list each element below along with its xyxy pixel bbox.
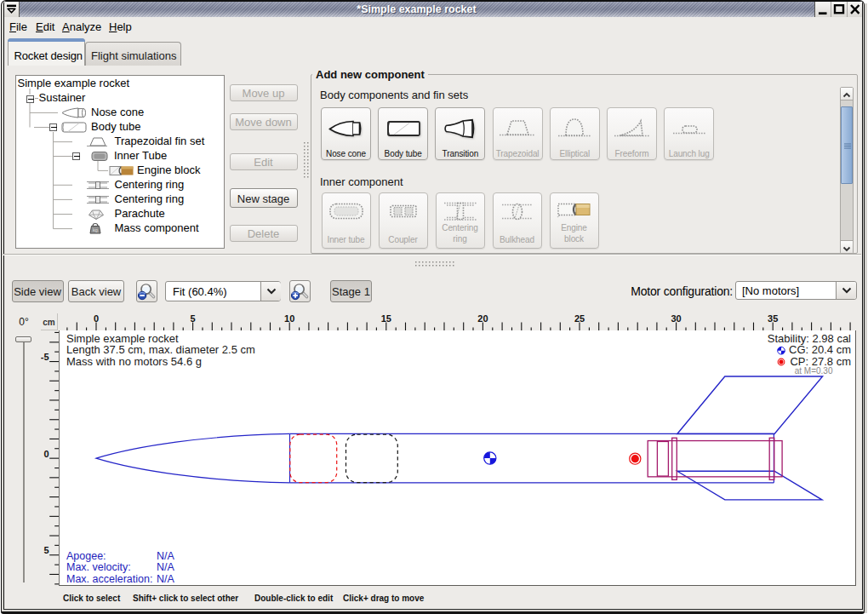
svg-text:25: 25 <box>574 313 585 324</box>
svg-text:0: 0 <box>94 313 99 324</box>
svg-text:5: 5 <box>191 313 196 324</box>
svg-text:20: 20 <box>477 313 488 324</box>
svg-text:-5: -5 <box>41 352 49 362</box>
svg-text:30: 30 <box>671 313 681 324</box>
svg-text:0: 0 <box>43 449 49 459</box>
svg-text:kg: kg <box>93 227 98 232</box>
svg-text:15: 15 <box>381 313 391 324</box>
svg-text:35: 35 <box>768 313 778 324</box>
svg-text:10: 10 <box>284 313 294 324</box>
svg-text:5: 5 <box>43 546 49 556</box>
